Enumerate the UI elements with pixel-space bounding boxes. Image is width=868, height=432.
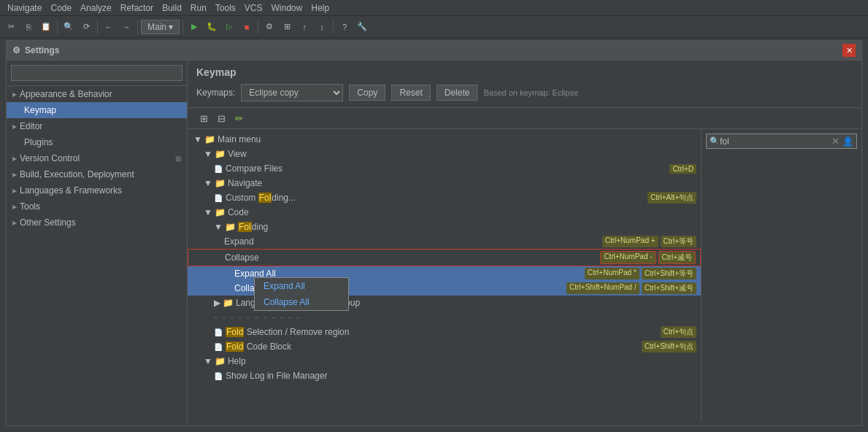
toolbar-debug[interactable]: 🐛 [204, 19, 220, 35]
tree-row-custom-folding[interactable]: 📄 Custom Folding... Ctrl+Alt+句点 [188, 190, 701, 205]
search-input[interactable] [720, 136, 831, 147]
collapse-all-btn[interactable]: ⊟ [214, 111, 228, 126]
toolbar-run[interactable]: ▶ [186, 19, 202, 35]
toolbar-paste[interactable]: 📋 [38, 19, 54, 35]
dialog-title-text: Settings [25, 45, 59, 55]
tree-label-code: Code [228, 207, 701, 217]
menu-refactor[interactable]: Refactor [116, 3, 158, 13]
tree-row-main-menu[interactable]: ▼ 📁 Main menu [188, 132, 701, 147]
tree-row-compare-files[interactable]: 📄 Compare Files Ctrl+D [188, 161, 701, 176]
tree-label-custom-folding: Custom Folding... [226, 193, 648, 203]
shortcut-collapse-all: Ctrl+Shift+NumPad / Ctrl+Shift+减号 [566, 282, 701, 294]
shortcut-fold-code-block: Ctrl+Shift+句点 [642, 341, 701, 352]
menu-navigate[interactable]: Navigate [3, 3, 46, 13]
copy-button[interactable]: Copy [349, 85, 385, 101]
main-dropdown-button[interactable]: Main ▾ [141, 20, 180, 34]
sidebar-item-appearance[interactable]: ▶ Appearance & Behavior [7, 86, 187, 102]
shortcut-collapse: Ctrl+NumPad - Ctrl+减号 [600, 251, 700, 264]
menu-window[interactable]: Window [267, 3, 307, 13]
shortcut-expand: Ctrl+NumPad + Ctrl+等号 [602, 236, 701, 247]
menu-bar: Navigate Code Analyze Refactor Build Run… [0, 0, 868, 16]
sidebar-languages-label: Languages & Frameworks [20, 185, 122, 196]
user-filter-icon[interactable]: 👤 [842, 136, 853, 147]
menu-help[interactable]: Help [307, 3, 334, 13]
search-panel: 🔍 ✕ 👤 [701, 129, 861, 420]
menu-code[interactable]: Code [46, 3, 76, 13]
dialog-close-button[interactable]: ✕ [842, 44, 856, 57]
sidebar-plugins-label: Plugins [24, 137, 53, 147]
sidebar-item-vcs[interactable]: ▶ Version Control ⊞ [7, 150, 187, 166]
tree-row-help[interactable]: ▼ 📁 Help [188, 354, 701, 369]
file-icon-compare: 📄 [214, 165, 223, 173]
based-on-text: Based on keymap: Eclipse [483, 88, 578, 97]
sidebar-item-editor[interactable]: ▶ Editor [7, 118, 187, 134]
keymap-select[interactable]: Eclipse copy [241, 84, 343, 101]
triangle-right-icon-other: ▶ [12, 220, 17, 226]
sidebar-item-tools[interactable]: ▶ Tools [7, 198, 187, 215]
sidebar-item-build[interactable]: ▶ Build, Execution, Deployment [7, 166, 187, 182]
sidebar-vcs-label: Version Control [20, 153, 80, 163]
tree-row-fold-selection[interactable]: 📄 Fold Selection / Remove region Ctrl+句点 [188, 325, 701, 339]
tree-label-navigate: Navigate [228, 178, 701, 188]
menu-build[interactable]: Build [158, 3, 186, 13]
toolbar-grid[interactable]: ⊞ [279, 19, 295, 35]
sidebar-item-keymap[interactable]: Keymap [7, 102, 187, 118]
clear-search-icon[interactable]: ✕ [831, 136, 840, 147]
toolbar-extra[interactable]: 🔧 [354, 19, 370, 35]
dropdown-expand-all[interactable]: Expand All [255, 278, 348, 294]
tree-row-code[interactable]: ▼ 📁 Code [188, 205, 701, 220]
sidebar-editor-label: Editor [20, 121, 42, 131]
edit-shortcut-btn[interactable]: ✏ [231, 111, 246, 126]
menu-run[interactable]: Run [186, 3, 211, 13]
toolbar: ✂ ⎘ 📋 🔍 ⟳ ← → Main ▾ ▶ 🐛 ▷ ■ ⚙ ⊞ ↑ ↕ ? 🔧 [0, 16, 868, 38]
toolbar-replace[interactable]: ⟳ [78, 19, 94, 35]
settings-sidebar: ▶ Appearance & Behavior Keymap ▶ Editor … [7, 61, 188, 425]
sidebar-item-other[interactable]: ▶ Other Settings [7, 215, 187, 231]
toolbar-stop[interactable]: ■ [239, 19, 255, 35]
tree-row-show-log[interactable]: 📄 Show Log in File Manager [188, 369, 701, 383]
tree-row-navigate[interactable]: ▼ 📁 Navigate [188, 176, 701, 190]
file-icon-custom-folding: 📄 [214, 194, 223, 202]
expand-all-btn[interactable]: ⊞ [196, 111, 211, 126]
toolbar-back[interactable]: ← [101, 19, 117, 35]
tree-row-view[interactable]: ▼ 📁 View [188, 147, 701, 161]
menu-analyze[interactable]: Analyze [76, 3, 116, 13]
reset-button[interactable]: Reset [391, 85, 430, 101]
toolbar-sep-4 [183, 20, 183, 34]
toolbar-cut[interactable]: ✂ [3, 19, 19, 35]
settings-dialog: ⚙ Settings ✕ ▶ Appearance & Behavior Key… [6, 40, 862, 426]
highlight-fol-1: Fol [258, 193, 272, 203]
toolbar-help[interactable]: ? [337, 19, 353, 35]
menu-tools[interactable]: Tools [211, 3, 240, 13]
highlight-fol-folding: Fol [238, 222, 252, 232]
tree-row-expand[interactable]: Expand Ctrl+NumPad + Ctrl+等号 [188, 234, 701, 249]
delete-button[interactable]: Delete [437, 85, 478, 101]
folder-lang-icon: 📁 [223, 298, 234, 308]
folder-folding-icon: 📁 [225, 222, 236, 232]
toolbar-vcs2[interactable]: ↕ [314, 19, 330, 35]
menu-vcs[interactable]: VCS [240, 3, 267, 13]
triangle-down-code: ▼ [204, 207, 212, 217]
sidebar-item-languages[interactable]: ▶ Languages & Frameworks [7, 182, 187, 198]
toolbar-search[interactable]: 🔍 [61, 19, 77, 35]
toolbar-vcs1[interactable]: ↑ [296, 19, 312, 35]
triangle-right-icon: ▶ [12, 91, 17, 98]
folder-view-icon: 📁 [215, 149, 226, 159]
tree-row-collapse[interactable]: Collapse Ctrl+NumPad - Ctrl+减号 [188, 249, 701, 266]
toolbar-forward[interactable]: → [118, 19, 134, 35]
sidebar-search-input[interactable] [11, 65, 183, 81]
tree-row-fold-code-block[interactable]: 📄 Fold Code Block Ctrl+Shift+句点 [188, 339, 701, 354]
tree-label-main-menu: Main menu [218, 134, 701, 144]
tree-label-folding: Folding [238, 222, 701, 232]
shortcut-badge-custom-folding: Ctrl+Alt+句点 [648, 192, 696, 204]
toolbar-settings[interactable]: ⚙ [261, 19, 277, 35]
tree-row-folding[interactable]: ▼ 📁 Folding [188, 220, 701, 234]
main-label: Main [147, 22, 166, 32]
toolbar-run2[interactable]: ▷ [221, 19, 237, 35]
sidebar-item-plugins[interactable]: Plugins [7, 134, 187, 150]
toolbar-copy[interactable]: ⎘ [20, 19, 37, 35]
dropdown-collapse-all[interactable]: Collapse All [255, 294, 348, 310]
sidebar-tools-label: Tools [20, 201, 40, 212]
tree-label-fold-selection: Fold Selection / Remove region [226, 327, 661, 337]
highlight-fold-code: Fold [226, 342, 244, 352]
